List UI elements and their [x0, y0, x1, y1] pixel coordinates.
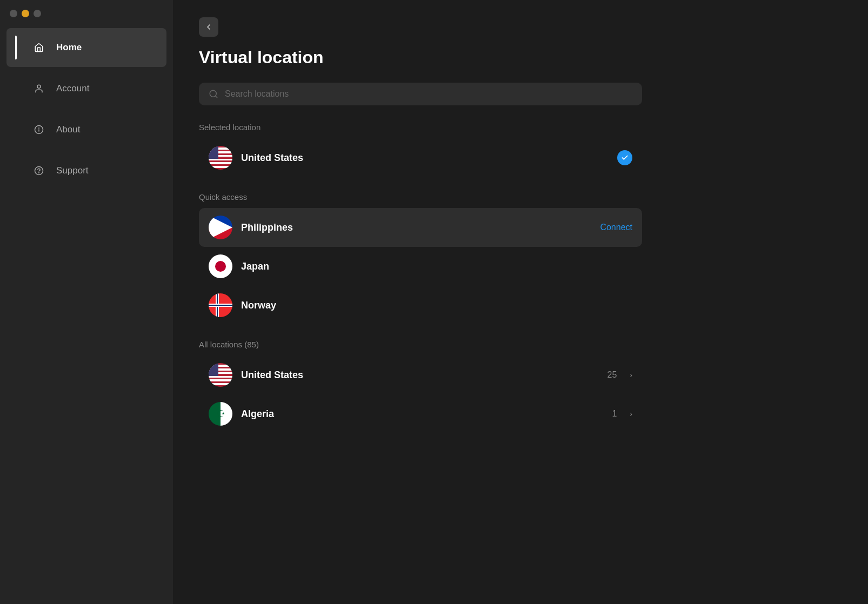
sidebar-item-home[interactable]: Home: [6, 28, 166, 67]
sidebar-item-support[interactable]: Support: [6, 151, 166, 190]
chevron-right-icon-2: ›: [630, 410, 632, 418]
us-count: 25: [607, 370, 617, 380]
selected-check-icon: [617, 150, 632, 165]
japan-name: Japan: [241, 261, 632, 272]
all-locations-algeria[interactable]: Algeria 1 ›: [199, 394, 642, 433]
minimize-button[interactable]: [22, 10, 29, 17]
all-locations-us[interactable]: United States 25 ›: [199, 355, 642, 394]
quick-access-label: Quick access: [199, 192, 842, 202]
page-title: Virtual location: [199, 48, 842, 68]
selected-location-row[interactable]: United States: [199, 138, 642, 177]
no-flag: [209, 293, 232, 317]
us-flag: [209, 146, 232, 170]
philippines-name: Philippines: [241, 222, 591, 233]
jp-flag: [209, 254, 232, 278]
norway-name: Norway: [241, 300, 632, 311]
sidebar-item-account-label: Account: [56, 83, 89, 94]
search-icon: [209, 89, 218, 99]
sidebar-item-support-label: Support: [56, 165, 89, 176]
us-flag-all: [209, 363, 232, 387]
selected-section-label: Selected location: [199, 123, 842, 132]
back-button[interactable]: [199, 17, 218, 37]
account-icon: [31, 81, 46, 96]
quick-access-norway[interactable]: Norway: [199, 286, 642, 325]
help-icon: [31, 163, 46, 178]
sidebar-item-about-label: About: [56, 124, 80, 135]
sidebar-item-about[interactable]: About: [6, 110, 166, 149]
close-button[interactable]: [10, 10, 17, 17]
connect-philippines-button[interactable]: Connect: [600, 223, 632, 232]
all-locations-label: All locations (85): [199, 340, 842, 349]
zoom-button[interactable]: [34, 10, 41, 17]
dz-flag: [209, 402, 232, 426]
sidebar-item-account[interactable]: Account: [6, 69, 166, 108]
main-content: Virtual location Selected location Unite…: [173, 0, 868, 604]
home-icon: [31, 40, 46, 55]
svg-point-0: [37, 85, 41, 88]
sidebar: Home Account About: [0, 0, 173, 604]
quick-access-philippines[interactable]: Philippines Connect: [199, 208, 642, 247]
dz-count: 1: [612, 409, 617, 419]
info-icon: [31, 122, 46, 137]
chevron-right-icon: ›: [630, 371, 632, 379]
search-input[interactable]: [225, 89, 632, 99]
selected-location-name: United States: [241, 152, 609, 164]
all-us-name: United States: [241, 370, 599, 381]
quick-access-japan[interactable]: Japan: [199, 247, 642, 286]
active-indicator: [15, 36, 17, 59]
svg-line-7: [215, 96, 217, 97]
algeria-name: Algeria: [241, 408, 603, 420]
sidebar-item-home-label: Home: [56, 42, 82, 53]
search-bar: [199, 83, 642, 105]
ph-flag: [209, 216, 232, 239]
